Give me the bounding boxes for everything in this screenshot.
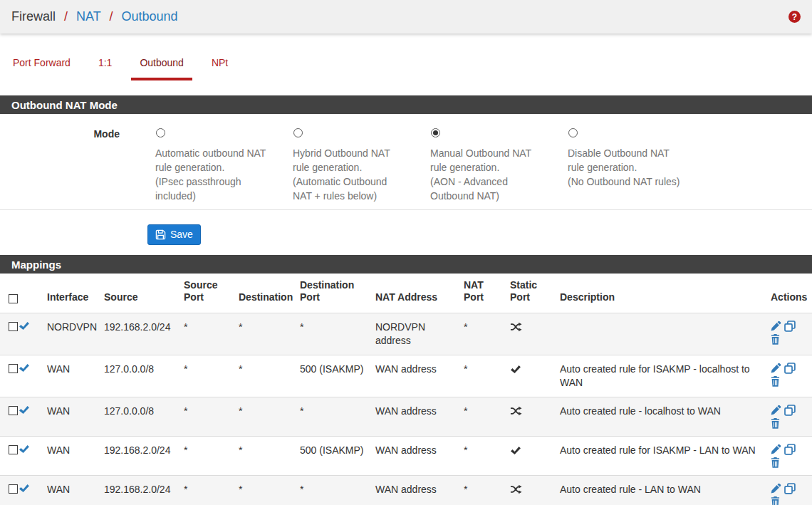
tab-outbound[interactable]: Outbound	[131, 57, 192, 80]
row-actions	[771, 444, 799, 468]
select-cell	[0, 313, 19, 355]
randomize-port-icon	[510, 485, 522, 496]
select-row-checkbox[interactable]	[9, 406, 18, 415]
delete-rule-icon[interactable]	[771, 418, 780, 429]
edit-rule-icon[interactable]	[771, 321, 781, 332]
interface-cell: WAN	[47, 355, 104, 397]
select-row-checkbox[interactable]	[9, 364, 18, 373]
description-cell	[560, 313, 771, 355]
description-cell: Auto created rule for ISAKMP - LAN to WA…	[560, 437, 771, 476]
mode-option-1: Hybrid Outbound NATrule generation.(Auto…	[284, 127, 422, 203]
nat-tabs: Port Forward1:1OutboundNPt	[0, 33, 812, 80]
destination-cell: *	[239, 397, 300, 437]
mapping-row-1: WAN127.0.0.0/8**500 (ISAKMP)WAN address*…	[0, 355, 812, 397]
mapping-row-2: WAN127.0.0.0/8***WAN address*Auto create…	[0, 397, 812, 437]
panel-title: Outbound NAT Mode	[0, 95, 812, 114]
edit-rule-icon[interactable]	[771, 444, 781, 455]
mapping-row-3: WAN192.168.2.0/24**500 (ISAKMP)WAN addre…	[0, 437, 812, 476]
mode-radio-0[interactable]	[156, 128, 165, 137]
column-header-actions: Actions	[771, 274, 812, 313]
static-port-cell	[510, 476, 560, 505]
actions-cell	[771, 355, 812, 397]
rule-enabled-cell[interactable]	[19, 476, 47, 505]
breadcrumb-link-outbound[interactable]: Outbound	[121, 9, 177, 24]
breadcrumb-link-nat[interactable]: NAT	[76, 9, 100, 24]
randomize-port-icon	[510, 323, 522, 334]
select-cell	[0, 397, 19, 437]
edit-rule-icon[interactable]	[771, 405, 781, 416]
column-header-static-port: Static Port	[510, 274, 560, 313]
tab-npt[interactable]: NPt	[203, 57, 236, 80]
select-cell	[0, 355, 19, 397]
outbound-nat-mode-panel: Outbound NAT Mode Mode Automatic outboun…	[0, 95, 812, 210]
row-actions	[771, 321, 799, 345]
destination-cell: *	[239, 437, 300, 476]
column-header-interface: Interface	[47, 274, 104, 313]
tab-1-1[interactable]: 1:1	[90, 57, 120, 80]
rule-enabled-cell[interactable]	[19, 437, 47, 476]
copy-rule-icon[interactable]	[784, 483, 796, 494]
breadcrumb-separator: /	[109, 9, 113, 24]
nat-address-cell: WAN address	[375, 476, 464, 505]
nat-port-cell: *	[464, 437, 510, 476]
select-cell	[0, 476, 19, 505]
mode-option-caption: Manual Outbound NATrule generation.(AON …	[430, 146, 557, 203]
nat-address-cell: WAN address	[375, 355, 464, 397]
copy-rule-icon[interactable]	[784, 363, 796, 374]
delete-rule-icon[interactable]	[771, 376, 780, 387]
mode-option-0: Automatic outbound NATrule generation.(I…	[147, 127, 284, 203]
rule-enabled-check-icon[interactable]	[19, 444, 29, 456]
edit-rule-icon[interactable]	[771, 483, 781, 494]
copy-rule-icon[interactable]	[784, 321, 796, 332]
destination-cell: *	[239, 476, 300, 505]
select-row-checkbox[interactable]	[9, 445, 18, 454]
rule-enabled-cell[interactable]	[19, 313, 47, 355]
help-icon[interactable]: ?	[788, 11, 801, 23]
edit-rule-icon[interactable]	[771, 363, 781, 374]
mode-option-2: Manual Outbound NATrule generation.(AON …	[422, 127, 559, 203]
panel-title: Mappings	[0, 255, 812, 274]
column-header-description: Description	[560, 274, 771, 313]
row-actions	[771, 405, 799, 429]
rule-enabled-cell[interactable]	[19, 355, 47, 397]
source-cell: 127.0.0.0/8	[104, 397, 184, 437]
select-all-checkbox[interactable]	[9, 294, 18, 303]
top-header-bar: Firewall / NAT / Outbound ?	[0, 0, 812, 33]
select-row-checkbox[interactable]	[9, 322, 18, 331]
destination-port-cell: *	[300, 313, 375, 355]
actions-cell	[771, 437, 812, 476]
actions-cell	[771, 397, 812, 437]
mode-options: Automatic outbound NATrule generation.(I…	[120, 127, 697, 203]
source-port-cell: *	[184, 437, 239, 476]
source-cell: 192.168.2.0/24	[104, 437, 184, 476]
actions-cell	[771, 476, 812, 505]
mode-radio-2[interactable]	[431, 128, 440, 137]
description-cell: Auto created rule - LAN to WAN	[560, 476, 771, 505]
nat-address-cell: NORDVPN address	[375, 313, 464, 355]
save-button[interactable]: Save	[147, 224, 201, 245]
delete-rule-icon[interactable]	[771, 496, 780, 505]
delete-rule-icon[interactable]	[771, 334, 780, 345]
delete-rule-icon[interactable]	[771, 457, 780, 468]
mode-option-3: Disable Outbound NATrule generation.(No …	[559, 127, 697, 203]
breadcrumb: Firewall / NAT / Outbound	[11, 9, 178, 24]
source-cell: 192.168.2.0/24	[104, 476, 184, 505]
description-cell: Auto created rule for ISAKMP - localhost…	[560, 355, 771, 397]
row-actions	[771, 483, 799, 505]
mappings-table: InterfaceSourceSource PortDestinationDes…	[0, 274, 812, 505]
column-header-destination-port: Destination Port	[300, 274, 375, 313]
rule-enabled-check-icon[interactable]	[19, 321, 29, 333]
rule-enabled-cell[interactable]	[19, 397, 47, 437]
rule-enabled-check-icon[interactable]	[19, 405, 29, 417]
column-header-source-port: Source Port	[184, 274, 239, 313]
mode-radio-3[interactable]	[568, 128, 578, 137]
source-port-cell: *	[184, 397, 239, 437]
rule-enabled-check-icon[interactable]	[19, 363, 29, 375]
copy-rule-icon[interactable]	[784, 444, 796, 455]
breadcrumb-section: Firewall	[11, 9, 56, 24]
copy-rule-icon[interactable]	[784, 405, 796, 416]
mode-radio-1[interactable]	[293, 128, 303, 137]
tab-port-forward[interactable]: Port Forward	[4, 57, 79, 80]
rule-enabled-check-icon[interactable]	[19, 484, 29, 495]
select-row-checkbox[interactable]	[9, 484, 18, 494]
